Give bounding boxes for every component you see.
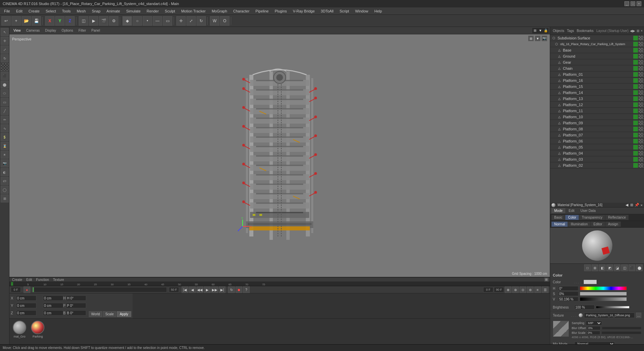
left-tool-dollar[interactable]: $ [1, 133, 9, 141]
texture-name[interactable]: Parking_System_16_Diffuse.png [584, 313, 635, 318]
loop-btn[interactable]: ↻ [228, 286, 235, 293]
sampling-select[interactable]: MIPNoneSAT [586, 321, 602, 325]
menu-plugins[interactable]: Plugins [272, 8, 289, 14]
mat-icon-1[interactable]: □ [584, 264, 591, 271]
obj-row-ground[interactable]: △ Ground [550, 53, 644, 59]
tl-tab-create[interactable]: Create [11, 278, 24, 282]
viewport-control-expand[interactable]: ⊞ [532, 28, 538, 33]
notes-btn[interactable]: ☰ [542, 286, 548, 293]
toolbar-new[interactable]: + [11, 16, 21, 26]
toolbar-render-region[interactable]: ◫ [79, 16, 88, 26]
viewport-cam-icon[interactable]: 📷 [542, 36, 547, 41]
obj-row-platform01[interactable]: △ Platform_01 [550, 71, 644, 77]
timeline-expand[interactable]: ⊞ [544, 278, 548, 282]
toolbar-selection-edge[interactable]: — [153, 16, 162, 26]
val-bar[interactable] [580, 297, 627, 301]
obj-row-main[interactable]: ⬡ obj_16_Place_Rotary_Car_Parking_Lift_S… [550, 41, 644, 47]
mat-sub-editor[interactable]: Editor [591, 222, 605, 227]
mat-main-reflectance[interactable]: Reflectance [605, 215, 629, 220]
texture-btn[interactable]: … [636, 313, 641, 318]
viewport-control-down[interactable]: ▼ [538, 28, 543, 33]
viewport-tab-panel[interactable]: Panel [89, 28, 103, 33]
menu-snap[interactable]: Snap [89, 8, 103, 14]
timeline-btn[interactable]: ≡ [534, 286, 541, 293]
panel-close[interactable]: × [641, 29, 643, 33]
sat-bar[interactable] [580, 292, 627, 296]
obj-row-gear[interactable]: △ Gear [550, 59, 644, 65]
panel-nav-left[interactable]: ◀ [630, 29, 633, 33]
y-size-input[interactable] [43, 303, 63, 308]
menu-motion-tracker[interactable]: Motion Tracker [178, 8, 208, 14]
toolbar-open[interactable]: 📂 [22, 16, 31, 26]
material-item-1[interactable]: Parking [30, 321, 46, 342]
left-tool-move[interactable]: ✛ [1, 37, 9, 45]
hue-bar[interactable] [580, 286, 627, 290]
obj-row-platform11[interactable]: △ Platform_11 [550, 108, 644, 114]
x-size-input[interactable] [43, 295, 63, 301]
menu-script[interactable]: Script [337, 8, 352, 14]
viewport-tab-cameras[interactable]: Cameras [24, 28, 43, 33]
mat-main-transparency[interactable]: Transparency [579, 215, 605, 220]
mat-icon-8[interactable]: ⬤ [636, 264, 643, 271]
mat-icon-2[interactable]: ⊞ [592, 264, 598, 271]
z-pos-input[interactable] [16, 310, 36, 316]
toolbar-move-z[interactable]: Z [65, 16, 75, 26]
brightness-slider[interactable] [596, 306, 630, 309]
minimize-button[interactable]: _ [624, 1, 629, 6]
record-btn[interactable]: ● [24, 286, 30, 293]
trail-btn[interactable]: ⊚ [527, 286, 534, 293]
toolbar-selection-pt[interactable]: • [143, 16, 152, 26]
mat-close[interactable]: × [641, 203, 643, 207]
menu-mograph[interactable]: MoGraph [209, 8, 230, 14]
menu-edit[interactable]: Edit [13, 8, 25, 14]
mat-sub-assign[interactable]: Assign [605, 222, 621, 227]
viewport-tab-options[interactable]: Options [59, 28, 76, 33]
toolbar-coord-obj[interactable]: O [220, 16, 229, 26]
v-input[interactable] [558, 297, 578, 301]
mat-icon-3[interactable]: ◧ [599, 264, 606, 271]
tl-tab-texture[interactable]: Texture [52, 278, 66, 282]
scale-button[interactable]: Scale [103, 311, 116, 317]
menu-character[interactable]: Character [230, 8, 252, 14]
toolbar-move-x[interactable]: X [45, 16, 55, 26]
obj-row-platform09[interactable]: △ Platform_09 [550, 120, 644, 126]
mix-mode-select[interactable]: NormalMultiplyScreen [574, 342, 615, 344]
toolbar-render-view[interactable]: ▶ [89, 16, 98, 26]
viewport-expand-icon[interactable]: ⊞ [528, 36, 534, 41]
mat-tab-mode[interactable]: Mode [551, 208, 565, 213]
frame-range-end[interactable]: 90 F [494, 287, 504, 292]
left-tool-array[interactable]: ⊞ [1, 194, 9, 202]
obj-row-platform02[interactable]: △ Platform_02 [550, 162, 644, 168]
menu-sculpt[interactable]: Sculpt [162, 8, 178, 14]
blur-scale-input[interactable] [587, 331, 600, 335]
toolbar-selection-model[interactable]: ◆ [122, 16, 132, 26]
viewport-tab-filter[interactable]: Filter [76, 28, 88, 33]
menu-create[interactable]: Create [26, 8, 42, 14]
menu-pipeline[interactable]: Pipeline [253, 8, 271, 14]
brightness-input[interactable] [574, 305, 595, 310]
menu-mesh[interactable]: Mesh [74, 8, 88, 14]
menu-window[interactable]: Window [352, 8, 371, 14]
left-tool-plane[interactable]: ▭ [1, 98, 9, 106]
mat-main-basic[interactable]: Basic [551, 215, 565, 220]
mat-tab-userdata[interactable]: User Data [578, 208, 598, 213]
toolbar-move[interactable]: ✛ [176, 16, 186, 26]
toolbar-coord-world[interactable]: W [210, 16, 219, 26]
obj-row-platform07[interactable]: △ Platform_07 [550, 132, 644, 138]
motion-btn[interactable]: ⊛ [512, 286, 519, 293]
frame-range-start[interactable]: 0 F [483, 287, 493, 292]
blur-offset-input[interactable] [587, 326, 601, 330]
obj-row-platform13[interactable]: △ Platform_13 [550, 96, 644, 102]
mat-icon-7[interactable]: ⬛ [629, 264, 635, 271]
left-tool-deform[interactable]: ⌛ [1, 142, 9, 150]
menu-select[interactable]: Select [43, 8, 59, 14]
z-size-input[interactable] [43, 310, 63, 316]
toolbar-render-settings[interactable]: ⚙ [109, 16, 118, 26]
menu-tools[interactable]: Tools [59, 8, 73, 14]
obj-row-platform06[interactable]: △ Platform_06 [550, 138, 644, 144]
h-hsv-input[interactable] [558, 286, 578, 291]
mat-sub-normal[interactable]: Normal [551, 222, 568, 227]
play-btn[interactable]: ▶ [204, 286, 211, 293]
x-pos-input[interactable] [16, 295, 36, 301]
fps-btn[interactable]: ⊕ [505, 286, 511, 293]
